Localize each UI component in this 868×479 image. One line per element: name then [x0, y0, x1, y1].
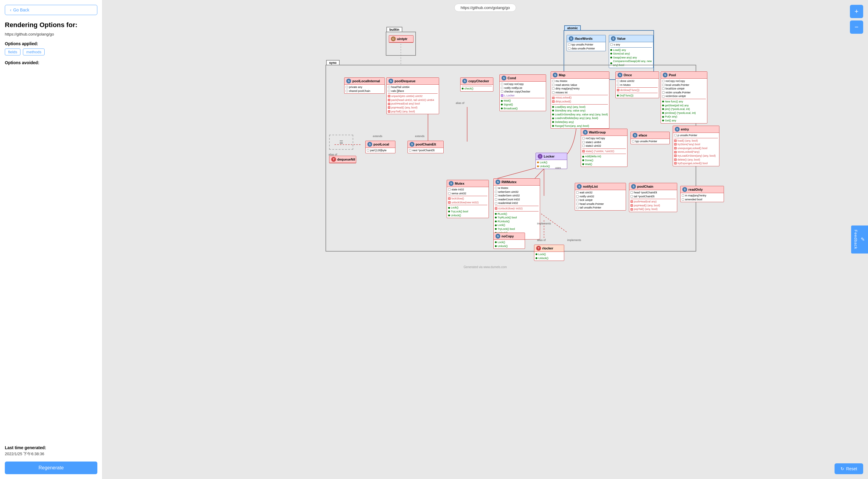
alias-of-label-3: alias of	[537, 238, 546, 242]
locker-circle: I	[538, 154, 542, 159]
pool-m5: Put(x any)	[662, 115, 706, 119]
zoom-out-button[interactable]: −	[850, 21, 863, 34]
repo-url: https://github.com/golang/go	[5, 32, 97, 36]
type-nocopy: S noCopy Lock() Unlock()	[493, 232, 525, 249]
cc-body: check()	[461, 85, 493, 91]
cc-header: S copyChecker	[461, 78, 493, 85]
diagram-inner: builtin C uintptr atomic S ifaceWords	[274, 15, 696, 271]
page-title: Rendering Options for:	[5, 21, 97, 29]
nl-body: wait uint32 notify uint32 lock uintptr h…	[575, 190, 626, 210]
nl-f2: notify uint32	[576, 195, 624, 198]
mutex-circle: S	[449, 181, 454, 186]
badge-methods[interactable]: methods	[23, 49, 44, 56]
map-body: mu Mutex read atomic.Value dirty map[any…	[551, 78, 609, 128]
generated-label: Generated via www.dumels.com	[464, 265, 507, 269]
map-rf1: missLocked()	[552, 96, 608, 100]
mutex-f2: sema uint32	[448, 192, 487, 195]
locker-body: Lock() Unlock()	[536, 160, 567, 169]
type-uintptr: C uintptr	[389, 35, 413, 43]
rwm-f2: writerSem uint32	[495, 190, 538, 194]
implements-label-3: implements	[537, 222, 551, 225]
back-arrow-icon: ‹	[10, 7, 11, 12]
go-back-label: Go Back	[13, 7, 30, 12]
type-mutex: S Mutex state int32 sema uint32 lockSlow…	[447, 180, 489, 218]
pce-header: S poolChainElt	[408, 141, 443, 148]
nl-circle: S	[577, 184, 582, 189]
pool-circle: S	[663, 73, 668, 77]
wg-m3: Wait()	[582, 162, 626, 166]
rwm-m2: TryRLock() bool	[495, 216, 538, 220]
extends-label-1: extends	[373, 135, 382, 138]
locker-m2: Unlock()	[537, 164, 566, 168]
rwm-m3: RUnlock()	[495, 220, 538, 224]
locker-m1: Lock()	[537, 161, 566, 164]
nocopy-m2: Unlock()	[495, 244, 524, 248]
pool-m6: Get() any	[662, 119, 706, 123]
rlocker-circle: T	[536, 246, 541, 251]
rwmutex-header: S RWMutex	[494, 179, 540, 186]
cc-m1: check()	[462, 87, 492, 91]
cond-m3: Broadcast()	[501, 107, 545, 110]
pd-f4: pack(head uint32, tail uint32) uint64	[388, 98, 438, 102]
feedback-tab[interactable]: Feedback ✎	[851, 225, 868, 253]
value-header: S Value	[609, 35, 653, 42]
rwm-rf1: rUnlockSlow(r int32)	[495, 207, 538, 211]
reset-button[interactable]: ↻ Reset	[835, 463, 863, 474]
entry-f1: p unsafe.Pointer	[674, 133, 718, 137]
map-m4: LoadAndDelete(key any) (any, bool)	[552, 116, 608, 120]
wg-body: noCopy noCopy state1 uint64 state2 uint3…	[581, 136, 627, 167]
nocopy-body: Lock() Unlock()	[494, 240, 525, 249]
uintptr-circle: C	[391, 36, 396, 41]
map-rf2: dirtyLocked()	[552, 100, 608, 104]
type-ifacewords: S ifaceWords typ unsafe.Pointer data uns…	[567, 35, 606, 51]
nocopy-m1: Lock()	[495, 241, 524, 244]
wg-m1: Add(delta int)	[582, 155, 626, 158]
type-rwmutex: S RWMutex w Mutex writerSem uint32 reade…	[493, 178, 540, 240]
mutex-m1: Lock()	[448, 206, 487, 210]
type-poollocal: S poolLocal pad [128]byte	[365, 141, 396, 153]
poollocal-header: S poolLocal	[366, 141, 395, 148]
map-m1: Load(key any) (any, bool)	[552, 105, 608, 109]
ro-header: S readOnly	[681, 186, 724, 193]
package-builtin: builtin C uintptr	[386, 32, 416, 56]
entry-rf2: tryStore(*any) bool	[674, 142, 718, 147]
pool-f2: local unsafe.Pointer	[662, 83, 706, 87]
type-dequeunil-box: ☰	[329, 135, 353, 150]
badge-fields[interactable]: fields	[5, 49, 21, 56]
entry-rf4: storeLocked(*any)	[674, 150, 718, 154]
cond-circle: S	[501, 75, 506, 81]
type-waitgroup: S WaitGroup noCopy noCopy state1 uint64 …	[581, 129, 627, 167]
rlocker-header: T rlocker	[534, 245, 564, 252]
pooldequeue-header: S poolDequeue	[387, 78, 439, 85]
poollocal-circle: S	[367, 142, 372, 147]
pool-m4: pinSlow() (*poolLocal, int)	[662, 111, 706, 115]
type-once: S Once done uint32 m Mutex doSlow(f func…	[615, 71, 659, 98]
regenerate-button[interactable]: Regenerate	[5, 461, 97, 474]
eface-f1: typ unsafe.Pointer	[632, 139, 668, 143]
type-rlocker: T rlocker Lock() Unlock()	[534, 245, 564, 261]
uses-label: uses	[555, 166, 561, 169]
pli-circle: S	[346, 78, 351, 84]
dequeunil-circle: T	[331, 157, 336, 162]
pool-f4: victim unsafe.Pointer	[662, 91, 706, 95]
rwm-f4: readerCount int32	[495, 198, 538, 201]
wg-m2: Done()	[582, 158, 626, 162]
nl-f5: tail unsafe.Pointer	[576, 206, 624, 210]
cond-f1: noCopy noCopy	[501, 82, 545, 86]
reset-icon: ↻	[841, 466, 844, 471]
ifacewords-field-2: data unsafe.Pointer	[568, 47, 604, 51]
wg-header: S WaitGroup	[581, 129, 627, 136]
cond-f3: checker copyChecker	[501, 90, 545, 94]
options-avoided-label: Options avoided:	[5, 60, 97, 65]
dashed-icon: ☰	[339, 140, 343, 145]
diagram-canvas[interactable]: builtin C uintptr atomic S ifaceWords	[102, 0, 868, 479]
reset-label: Reset	[846, 466, 857, 471]
pool-m2: getSlow(pid int) any	[662, 104, 706, 107]
once-m1: Do(f func())	[617, 94, 658, 98]
go-back-button[interactable]: ‹ Go Back	[5, 5, 97, 15]
type-pooldequeue: S poolDequeue headTail uint64 vals []ifa…	[386, 77, 439, 114]
rwmutex-body: w Mutex writerSem uint32 readerSem uint3…	[494, 186, 540, 239]
entry-header: S entry	[673, 126, 719, 133]
value-circle: S	[611, 36, 616, 41]
zoom-in-button[interactable]: +	[850, 5, 863, 18]
